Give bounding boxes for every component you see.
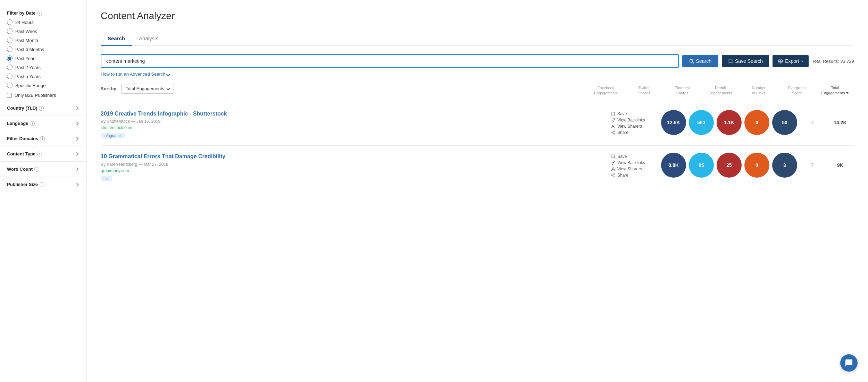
section-chevron-icon-content_type	[75, 152, 78, 156]
tab-analysis[interactable]: Analysis	[132, 32, 165, 46]
date-radio-5years[interactable]	[7, 74, 12, 79]
action-label: View Backlinks	[617, 160, 645, 165]
date-radio-6months[interactable]	[7, 46, 12, 52]
section-info-icon-content_type[interactable]: i	[37, 152, 42, 156]
col-header-total[interactable]: TotalEngagements	[816, 85, 854, 95]
section-info-icon-publisher_size[interactable]: i	[40, 182, 44, 187]
search-icon	[689, 59, 694, 63]
filter-date-label: Filter by Date	[7, 10, 35, 16]
date-radio-week[interactable]	[7, 28, 12, 34]
sidebar-section-content_type[interactable]: Content Typei	[0, 146, 86, 161]
tab-search[interactable]: Search	[101, 32, 132, 46]
result-actions-1: SaveView BacklinksView SharersShare	[611, 110, 653, 135]
action-view-sharers-2[interactable]: View Sharers	[611, 167, 653, 171]
date-option-6months[interactable]: Past 6 Months	[7, 45, 80, 54]
date-radio-month[interactable]	[7, 37, 12, 43]
action-label: Share	[617, 130, 628, 135]
metric-twitter-2: 95	[689, 153, 714, 178]
metric-twitter-1: 563	[689, 110, 714, 135]
date-option-2years[interactable]: Past 2 Years	[7, 63, 80, 72]
date-label-specific: Specific Range	[15, 83, 45, 88]
metric-total-1: 14.2K	[828, 120, 853, 125]
section-info-icon-word_count[interactable]: i	[34, 167, 39, 172]
result-card-1: 2019 Creative Trends Infographic - Shutt…	[101, 103, 854, 145]
action-label: View Sharers	[617, 124, 642, 129]
sidebar-section-word_count[interactable]: Word Counti	[0, 161, 86, 177]
sort-row: Sort by Total Engagements	[101, 84, 587, 94]
action-save-1[interactable]: Save	[611, 111, 653, 116]
section-info-icon-country[interactable]: i	[39, 106, 44, 111]
total-results: Total Results: 33,729	[812, 59, 854, 64]
b2b-checkbox[interactable]	[7, 93, 12, 98]
col-header-twitter: TwitterShares	[625, 85, 663, 95]
sidebar-section-language[interactable]: Languagei	[0, 116, 86, 131]
sharers-icon	[611, 124, 615, 128]
result-tag-1: Infographic	[101, 133, 125, 138]
svg-point-5	[614, 131, 615, 132]
date-option-24h[interactable]: 24 Hours	[7, 18, 80, 27]
metric-evergreen-2: 7	[800, 162, 825, 168]
date-radio-specific[interactable]	[7, 83, 12, 88]
action-share-2[interactable]: Share	[611, 173, 653, 178]
date-radio-2years[interactable]	[7, 65, 12, 70]
action-label: Save	[617, 154, 627, 159]
svg-point-7	[614, 133, 615, 134]
result-title-1[interactable]: 2019 Creative Trends Infographic - Shutt…	[101, 110, 604, 118]
result-content-2: 10 Grammatical Errors That Damage Credib…	[101, 153, 604, 181]
date-label-week: Past Week	[15, 29, 37, 34]
export-label: Export	[785, 58, 799, 64]
advanced-search-link[interactable]: How to run an Advanced Search	[101, 71, 854, 77]
save-search-button[interactable]: Save Search	[722, 55, 769, 67]
section-info-icon-language[interactable]: i	[30, 121, 35, 126]
filter-by-date-title: Filter by Date i	[0, 7, 86, 18]
result-card-2: 10 Grammatical Errors That Damage Credib…	[101, 145, 854, 188]
sidebar-section-publisher_size[interactable]: Publisher Sizei	[0, 177, 86, 192]
result-content-1: 2019 Creative Trends Infographic - Shutt…	[101, 110, 604, 138]
date-option-5years[interactable]: Past 5 Years	[7, 72, 80, 81]
metric-links-1: 50	[772, 110, 797, 135]
date-option-year[interactable]: Past Year	[7, 54, 80, 63]
export-icon	[778, 59, 783, 63]
result-domain-1[interactable]: shutterstock.com	[101, 125, 604, 130]
svg-line-1	[692, 62, 694, 63]
section-chevron-icon-language	[75, 121, 78, 125]
svg-point-13	[614, 176, 615, 177]
date-radio-24h[interactable]	[7, 19, 12, 25]
action-view-sharers-1[interactable]: View Sharers	[611, 124, 653, 129]
section-info-icon-filter_domains[interactable]: i	[40, 136, 45, 141]
search-button[interactable]: Search	[682, 55, 718, 67]
svg-point-4	[612, 125, 614, 127]
metric-total-2: 9K	[828, 162, 853, 168]
share-icon	[611, 173, 615, 177]
date-option-specific[interactable]: Specific Range	[7, 81, 80, 90]
sidebar: Filter by Date i 24 HoursPast WeekPast M…	[0, 0, 87, 382]
date-label-24h: 24 Hours	[15, 20, 34, 25]
b2b-publishers-checkbox-item[interactable]: Only B2B Publishers	[0, 90, 86, 101]
date-option-month[interactable]: Past Month	[7, 36, 80, 45]
action-share-1[interactable]: Share	[611, 130, 653, 135]
result-domain-2[interactable]: grammarly.com	[101, 168, 604, 173]
date-radio-year[interactable]	[7, 56, 12, 61]
section-label-word_count: Word Count	[7, 167, 33, 172]
action-save-2[interactable]: Save	[611, 154, 653, 159]
action-view-backlinks-2[interactable]: View Backlinks	[611, 160, 653, 165]
result-title-2[interactable]: 10 Grammatical Errors That Damage Credib…	[101, 153, 604, 160]
svg-point-6	[611, 132, 612, 133]
section-label-country: Country (TLD)	[7, 105, 37, 111]
filter-date-info-icon[interactable]: i	[37, 11, 42, 16]
search-input[interactable]	[101, 55, 678, 67]
search-row: Search Save Search Export ▾ Total Result…	[101, 54, 854, 68]
sidebar-section-country[interactable]: Country (TLD)i	[0, 101, 86, 116]
sort-chevron-icon	[167, 87, 170, 91]
export-button[interactable]: Export ▾	[773, 55, 808, 67]
result-meta-2: By Karen Hertzberg — Mar 27, 2018	[101, 162, 604, 167]
main-content: Content Analyzer SearchAnalysis Search S…	[87, 0, 868, 382]
sort-selected-value: Total Engagements	[126, 86, 164, 91]
save-icon	[611, 154, 615, 159]
action-view-backlinks-1[interactable]: View Backlinks	[611, 118, 653, 122]
sidebar-section-filter_domains[interactable]: Filter Domainsi	[0, 131, 86, 146]
chat-bubble[interactable]	[840, 354, 858, 372]
date-option-week[interactable]: Past Week	[7, 27, 80, 36]
action-label: Save	[617, 111, 627, 116]
sort-dropdown[interactable]: Total Engagements	[121, 84, 174, 94]
